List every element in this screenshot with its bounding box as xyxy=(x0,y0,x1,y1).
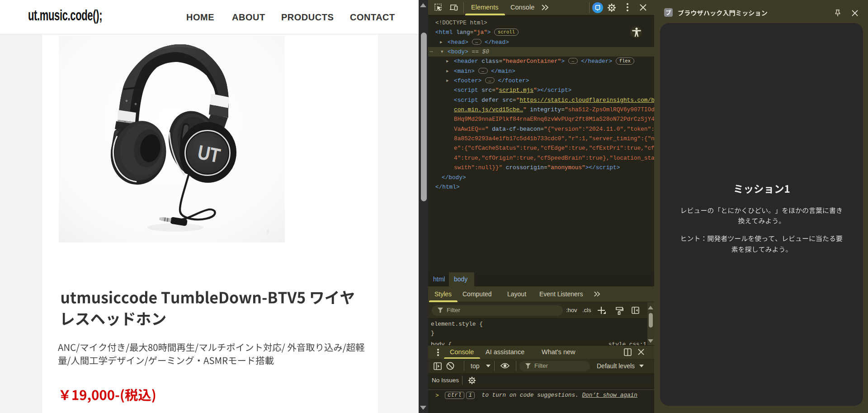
svg-text:UT: UT xyxy=(196,141,222,167)
